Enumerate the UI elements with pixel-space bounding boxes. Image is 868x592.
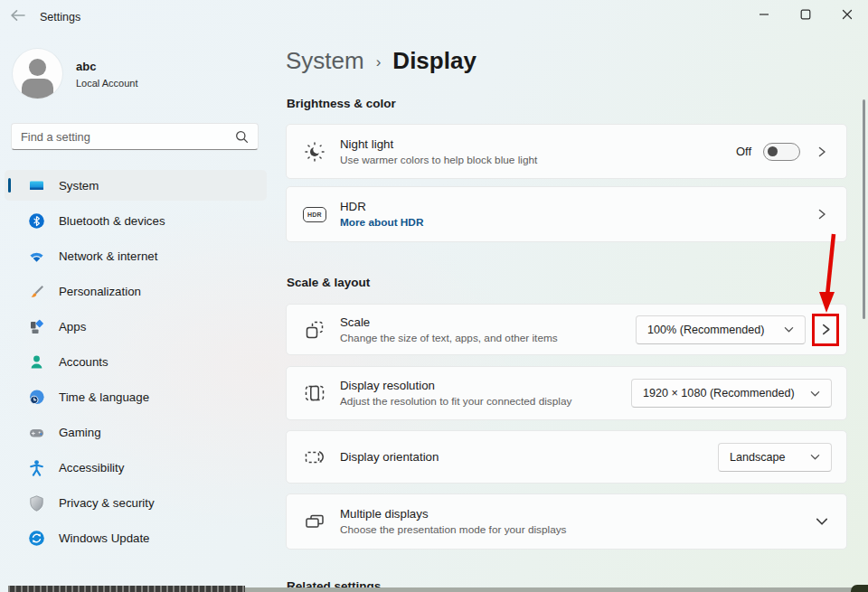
system-icon: [28, 177, 45, 194]
sidebar-item-accessibility[interactable]: Accessibility: [5, 452, 267, 483]
scale-row[interactable]: Scale Change the size of text, apps, and…: [286, 304, 847, 355]
sidebar-item-privacy-security[interactable]: Privacy & security: [5, 487, 267, 518]
annotation-box: [812, 314, 839, 346]
display-resolution-icon: [304, 382, 326, 404]
display-orientation-row[interactable]: Display orientation Landscape: [286, 430, 847, 484]
night-light-title: Night light: [340, 137, 537, 151]
section-brightness-color: Brightness & color: [287, 97, 396, 110]
night-light-expand-chevron[interactable]: [812, 138, 832, 165]
scale-subtitle: Change the size of text, apps, and other…: [340, 332, 558, 344]
multiple-displays-icon: [304, 511, 326, 532]
settings-window: Settings abc Local Account: [0, 0, 868, 592]
sidebar-item-label: Bluetooth & devices: [59, 214, 165, 228]
cropped-window-edge: [8, 586, 245, 592]
hdr-row[interactable]: HDR HDR More about HDR: [286, 186, 847, 242]
search-input[interactable]: [21, 130, 235, 144]
multiple-displays-expander[interactable]: [812, 508, 832, 535]
user-name: abc: [76, 60, 96, 73]
chevron-down-icon: [810, 452, 820, 462]
back-arrow-icon: [9, 8, 27, 23]
display-orientation-title: Display orientation: [340, 450, 439, 464]
search-icon[interactable]: [235, 130, 249, 144]
sidebar-item-gaming[interactable]: Gaming: [5, 417, 267, 447]
sidebar-item-label: Time & language: [59, 390, 149, 404]
close-button[interactable]: [826, 0, 868, 29]
night-light-row[interactable]: Night light Use warmer colors to help bl…: [286, 124, 847, 179]
section-scale-layout: Scale & layout: [287, 276, 370, 289]
display-resolution-dropdown-value: 1920 × 1080 (Recommended): [643, 387, 795, 399]
chevron-down-icon: [810, 389, 820, 399]
multiple-displays-row[interactable]: Multiple displays Choose the presentatio…: [286, 493, 847, 550]
breadcrumb-chevron-icon: ›: [376, 53, 382, 71]
scale-dropdown-value: 100% (Recommended): [647, 324, 765, 336]
breadcrumb-parent[interactable]: System: [286, 47, 364, 75]
sidebar-item-personalization[interactable]: Personalization: [5, 276, 267, 306]
windows-update-icon: [28, 530, 45, 547]
time-language-icon: [28, 389, 45, 406]
display-resolution-dropdown[interactable]: 1920 × 1080 (Recommended): [631, 379, 832, 408]
sidebar-item-apps[interactable]: Apps: [5, 311, 267, 342]
hdr-expand-chevron[interactable]: [812, 201, 832, 228]
sidebar-item-accounts[interactable]: Accounts: [5, 346, 267, 377]
scale-title: Scale: [340, 315, 558, 329]
sidebar-item-label: Accessibility: [59, 461, 124, 475]
maximize-button[interactable]: [785, 0, 826, 29]
chevron-right-icon: [816, 146, 827, 157]
sidebar-item-label: Privacy & security: [59, 496, 155, 510]
display-orientation-icon: [304, 446, 326, 468]
maximize-icon: [800, 9, 811, 20]
privacy-security-icon: [28, 494, 45, 512]
night-light-toggle-state: Off: [736, 145, 751, 158]
sidebar-item-bluetooth-devices[interactable]: Bluetooth & devices: [5, 205, 267, 236]
avatar-head: [29, 59, 46, 76]
avatar-body: [22, 79, 53, 99]
scale-icon: [304, 319, 326, 341]
avatar[interactable]: [13, 49, 62, 99]
sidebar-item-windows-update[interactable]: Windows Update: [5, 522, 267, 553]
chevron-right-icon: [816, 209, 827, 220]
display-resolution-title: Display resolution: [340, 379, 571, 392]
titlebar: Settings: [0, 0, 868, 29]
display-resolution-row[interactable]: Display resolution Adjust the resolution…: [286, 366, 847, 420]
personalization-icon: [28, 283, 45, 300]
toggle-knob: [768, 146, 778, 156]
network-icon: [28, 248, 45, 265]
hdr-icon: HDR: [303, 207, 326, 222]
hdr-more-link[interactable]: More about HDR: [340, 216, 423, 229]
sidebar-item-system[interactable]: System: [5, 170, 267, 201]
minimize-button[interactable]: [743, 0, 785, 29]
gaming-icon: [28, 424, 45, 441]
multiple-displays-title: Multiple displays: [340, 507, 567, 521]
page-title: Display: [392, 47, 476, 75]
apps-icon: [28, 318, 45, 335]
scale-dropdown[interactable]: 100% (Recommended): [636, 315, 806, 344]
desktop-corner: [851, 585, 868, 592]
breadcrumb: System › Display: [286, 47, 476, 75]
search-box[interactable]: [11, 123, 259, 150]
sidebar-item-label: Personalization: [59, 285, 141, 298]
sidebar-item-time-language[interactable]: Time & language: [5, 381, 267, 412]
night-light-subtitle: Use warmer colors to help block blue lig…: [340, 154, 537, 166]
sidebar-item-label: Network & internet: [59, 249, 157, 263]
night-light-toggle[interactable]: [763, 143, 800, 161]
bluetooth-icon: [28, 212, 45, 230]
sidebar: System Bluetooth & devices Network & int…: [5, 170, 267, 558]
chevron-down-icon: [784, 324, 794, 334]
night-light-icon: [304, 141, 326, 163]
sidebar-item-label: Apps: [59, 320, 86, 334]
display-resolution-subtitle: Adjust the resolution to fit your connec…: [340, 395, 571, 408]
sidebar-item-network-internet[interactable]: Network & internet: [5, 240, 267, 271]
sidebar-item-label: Windows Update: [59, 531, 150, 545]
multiple-displays-subtitle: Choose the presentation mode for your di…: [340, 523, 567, 536]
minimize-icon: [759, 9, 769, 20]
scrollbar-thumb[interactable]: [863, 99, 865, 319]
chevron-down-icon: [816, 515, 828, 528]
display-orientation-dropdown[interactable]: Landscape: [718, 443, 832, 472]
taskbar-edge: [244, 587, 868, 592]
sidebar-item-label: System: [59, 179, 99, 193]
hdr-title: HDR: [340, 200, 423, 213]
back-button[interactable]: [9, 8, 27, 23]
accessibility-icon: [28, 459, 45, 476]
sidebar-item-label: Accounts: [59, 355, 108, 369]
close-icon: [842, 9, 853, 20]
